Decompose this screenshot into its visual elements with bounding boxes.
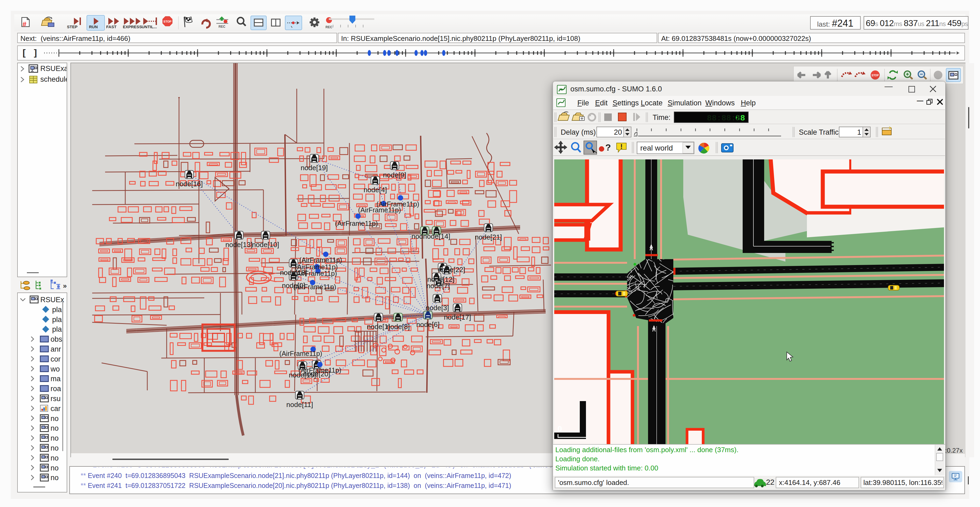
- svg-text:EXPRESS: EXPRESS: [123, 24, 142, 29]
- svg-text:cor: cor: [51, 355, 61, 363]
- svg-text:88:88:8: 88:88:8: [707, 114, 741, 123]
- svg-text:!: !: [620, 143, 623, 151]
- svg-text:ma: ma: [51, 375, 61, 383]
- svg-text:(AirFrame11p): (AirFrame11p): [299, 256, 342, 264]
- svg-text:no: no: [51, 444, 59, 452]
- svg-text:no: no: [51, 415, 59, 423]
- svg-text:scheduled: scheduled: [40, 75, 67, 83]
- svg-text:(AirFrame11p): (AirFrame11p): [293, 283, 336, 291]
- svg-text:no: no: [51, 454, 59, 462]
- svg-text:node[16]: node[16]: [175, 180, 203, 188]
- svg-text:(AirFrame11p): (AirFrame11p): [298, 366, 341, 374]
- svg-text:RUN: RUN: [89, 24, 98, 29]
- svg-text:pla: pla: [52, 325, 62, 333]
- svg-text:Time:: Time:: [652, 113, 671, 121]
- svg-text:node[19]: node[19]: [301, 164, 328, 172]
- svg-text:(AirFrame11p): (AirFrame11p): [335, 219, 378, 227]
- svg-text:node[4]: node[4]: [364, 186, 387, 194]
- svg-text:node[6]: node[6]: [416, 320, 440, 329]
- svg-text:node[22]: node[22]: [438, 265, 465, 274]
- svg-text:STEP: STEP: [67, 24, 77, 29]
- svg-text:RSUEx: RSUEx: [40, 296, 64, 304]
- svg-text:REC: REC: [326, 25, 332, 29]
- svg-text:node[9]: node[9]: [383, 171, 406, 179]
- svg-text:no: no: [51, 424, 59, 432]
- svg-text:node[11]: node[11]: [286, 401, 313, 408]
- svg-text:nodnode[14]: nodnode[14]: [412, 232, 450, 240]
- svg-text:car: car: [51, 405, 61, 413]
- svg-text:Scale Traffic:: Scale Traffic:: [799, 128, 841, 136]
- svg-text:RSUExamp: RSUExamp: [40, 65, 67, 73]
- svg-text:node[13]: node[13]: [225, 241, 252, 249]
- svg-text:pla: pla: [52, 306, 62, 314]
- svg-text:?: ?: [605, 142, 611, 153]
- svg-text:(AirFrame11p): (AirFrame11p): [294, 270, 337, 277]
- svg-text:]: ]: [34, 47, 37, 57]
- svg-text:no: no: [51, 474, 59, 482]
- svg-text:no: no: [51, 464, 59, 472]
- svg-text:FAST: FAST: [106, 24, 116, 29]
- svg-text:node[8]: node[8]: [387, 323, 410, 331]
- svg-text:Delay (ms):: Delay (ms):: [561, 128, 598, 136]
- svg-text:(AirFrame11p): (AirFrame11p): [279, 350, 322, 357]
- svg-text:node[7]: node[7]: [426, 282, 450, 290]
- svg-text:rsu: rsu: [51, 395, 61, 403]
- svg-text:real world: real world: [640, 144, 673, 152]
- svg-text:node[21]: node[21]: [475, 233, 502, 241]
- svg-text:pla: pla: [52, 316, 62, 324]
- svg-text:20: 20: [614, 128, 622, 136]
- svg-text:node[17]: node[17]: [444, 313, 471, 321]
- svg-text:no: no: [51, 434, 59, 442]
- svg-text:STOP: STOP: [164, 20, 172, 23]
- svg-text:[: [: [22, 47, 25, 57]
- svg-text:obs: obs: [51, 335, 62, 343]
- svg-text:»: »: [63, 282, 67, 290]
- svg-text:0: 0: [557, 424, 562, 433]
- svg-text:roa: roa: [51, 385, 61, 393]
- svg-text:node[10]: node[10]: [252, 241, 279, 249]
- svg-text:#: #: [22, 20, 27, 28]
- svg-text:UNTIL...: UNTIL...: [142, 24, 157, 29]
- svg-text:node[3]: node[3]: [426, 304, 449, 312]
- svg-text:(AirFrame11p): (AirFrame11p): [358, 206, 401, 214]
- svg-text:wo: wo: [50, 365, 60, 373]
- svg-text:REC: REC: [218, 25, 226, 29]
- svg-text:anr: anr: [51, 345, 61, 353]
- svg-text:1: 1: [857, 128, 861, 136]
